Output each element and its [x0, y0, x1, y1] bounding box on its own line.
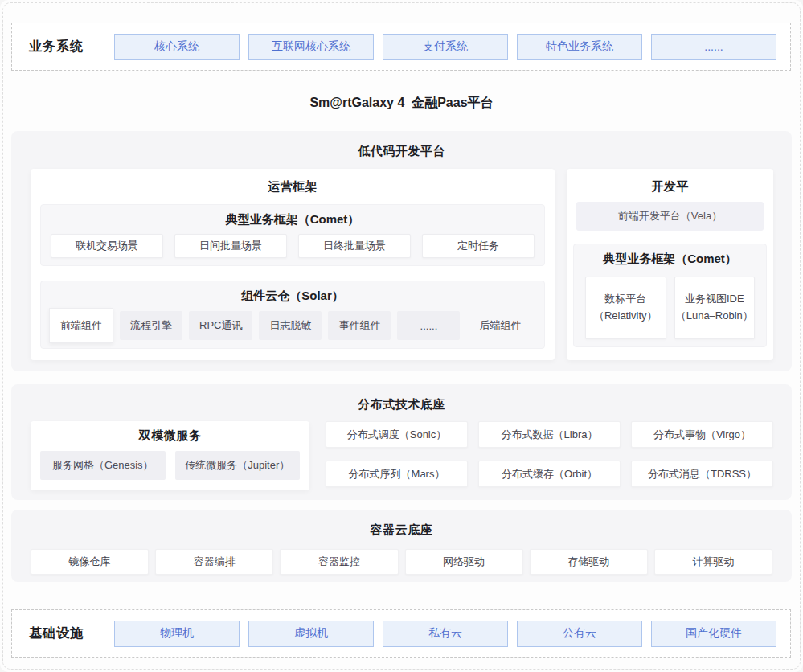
- comet-item-endofday-batch: 日终批量场景: [298, 234, 411, 258]
- dev-platform-title: 开发平: [567, 169, 773, 195]
- distributed-base-title: 分布式技术底座: [11, 384, 792, 412]
- business-item-payment: 支付系统: [383, 34, 508, 60]
- business-systems-label: 业务系统: [12, 39, 114, 55]
- storage-driver: 存储驱动: [530, 549, 648, 575]
- dual-microservice-title: 双模微服务: [31, 421, 309, 444]
- business-item-core: 核心系统: [114, 34, 240, 60]
- dev-comet-strip: 典型业务框架（Comet） 数标平台 （Relativity） 业务视图IDE …: [573, 244, 767, 347]
- distributed-message-tdrss: 分布式消息（TDRSS）: [631, 461, 773, 487]
- business-item-internet-core: 互联网核心系统: [248, 34, 374, 60]
- solar-component-strip: 组件云仓（Solar） 前端组件 流程引擎 RPC通讯 日志脱敏 事件组件 ..…: [40, 281, 545, 349]
- business-item-special: 特色业务系统: [517, 34, 642, 60]
- solar-chip-process-engine: 流程引擎: [120, 311, 182, 340]
- infra-item-physical-machine: 物理机: [114, 621, 240, 647]
- solar-frontend-component: 前端组件: [49, 308, 113, 343]
- network-driver: 网络驱动: [405, 549, 523, 575]
- comet-item-scheduled-task: 定时任务: [422, 234, 535, 258]
- comet-framework-items: 联机交易场景 日间批量场景 日终批量场景 定时任务: [41, 227, 544, 258]
- dual-microservice-items: 服务网格（Genesis） 传统微服务（Jupiter）: [31, 444, 309, 480]
- distributed-base-section: 分布式技术底座 双模微服务 服务网格（Genesis） 传统微服务（Jupite…: [11, 384, 792, 500]
- container-cloud-section: 容器云底座 镜像仓库 容器编排 容器监控 网络驱动 存储驱动 计算驱动: [11, 510, 792, 582]
- dev-item-relativity-name: 数标平台: [604, 291, 646, 308]
- solar-chip-log-masking: 日志脱敏: [259, 311, 322, 340]
- solar-chip-rpc: RPC通讯: [189, 311, 252, 340]
- dev-comet-title: 典型业务框架（Comet）: [574, 244, 766, 267]
- distributed-cache-orbit: 分布式缓存（Orbit）: [478, 461, 621, 487]
- infrastructure-buttons: 物理机 虚拟机 私有云 公有云 国产化硬件: [114, 621, 776, 647]
- infra-item-private-cloud: 私有云: [383, 621, 508, 647]
- comet-item-daytime-batch: 日间批量场景: [174, 234, 287, 258]
- operation-framework-card: 运营框架 典型业务框架（Comet） 联机交易场景 日间批量场景 日终批量场景 …: [31, 169, 555, 360]
- container-cloud-title: 容器云底座: [11, 510, 792, 538]
- solar-chip-event-component: 事件组件: [328, 311, 391, 340]
- solar-backend-component: 后端组件: [479, 318, 521, 333]
- container-orchestration: 容器编排: [155, 549, 273, 575]
- dev-item-relativity-code: （Relativity）: [594, 308, 658, 325]
- distributed-transaction-virgo: 分布式事物（Virgo）: [631, 421, 773, 448]
- business-systems-row: 业务系统 核心系统 互联网核心系统 支付系统 特色业务系统 ......: [11, 23, 791, 71]
- dev-comet-items: 数标平台 （Relativity） 业务视图IDE （Luna–Robin）: [574, 267, 766, 339]
- business-systems-buttons: 核心系统 互联网核心系统 支付系统 特色业务系统 ......: [114, 34, 776, 60]
- dev-item-luna-robin: 业务视图IDE （Luna–Robin）: [674, 277, 756, 339]
- comet-framework-title: 典型业务框架（Comet）: [41, 205, 544, 227]
- container-monitoring: 容器监控: [280, 549, 398, 575]
- operation-framework-title: 运营框架: [31, 169, 555, 195]
- compute-driver: 计算驱动: [654, 549, 772, 575]
- solar-component-items: 前端组件 流程引擎 RPC通讯 日志脱敏 事件组件 ...... 后端组件: [41, 304, 544, 343]
- dev-item-relativity: 数标平台 （Relativity）: [585, 277, 666, 339]
- distributed-sequence-mars: 分布式序列（Mars）: [326, 461, 468, 487]
- vela-frontend-platform: 前端开发平台（Vela）: [576, 202, 764, 231]
- distributed-data-libra: 分布式数据（Libra）: [478, 421, 621, 448]
- infra-item-domestic-hardware: 国产化硬件: [651, 621, 776, 647]
- infrastructure-row: 基础设施 物理机 虚拟机 私有云 公有云 国产化硬件: [11, 609, 791, 658]
- lowcode-platform-section: 低代码开发平台 运营框架 典型业务框架（Comet） 联机交易场景 日间批量场景…: [11, 131, 792, 371]
- lowcode-section-title: 低代码开发平台: [11, 131, 792, 159]
- dev-platform-card: 开发平 前端开发平台（Vela） 典型业务框架（Comet） 数标平台 （Rel…: [567, 169, 773, 360]
- platform-title: Sm@rtGalaxy 4 金融Paas平台: [0, 95, 803, 112]
- service-mesh-genesis: 服务网格（Genesis）: [40, 451, 166, 480]
- container-cloud-items: 镜像仓库 容器编排 容器监控 网络驱动 存储驱动 计算驱动: [11, 538, 792, 575]
- infra-item-virtual-machine: 虚拟机: [248, 621, 374, 647]
- solar-chip-more: ......: [397, 311, 460, 340]
- dev-item-luna-robin-code: （Luna–Robin）: [676, 308, 753, 325]
- distributed-scheduling-sonic: 分布式调度（Sonic）: [326, 421, 468, 448]
- business-item-more: ......: [651, 34, 776, 60]
- traditional-microservice-jupiter: 传统微服务（Jupiter）: [175, 451, 301, 480]
- architecture-diagram: 业务系统 核心系统 互联网核心系统 支付系统 特色业务系统 ...... Sm@…: [0, 0, 803, 672]
- dev-item-luna-robin-name: 业务视图IDE: [685, 291, 744, 308]
- solar-component-title: 组件云仓（Solar）: [41, 281, 544, 304]
- infra-item-public-cloud: 公有云: [517, 621, 642, 647]
- comet-item-online-trading: 联机交易场景: [51, 234, 163, 258]
- image-registry: 镜像仓库: [31, 549, 149, 575]
- comet-framework-strip: 典型业务框架（Comet） 联机交易场景 日间批量场景 日终批量场景 定时任务: [40, 204, 545, 266]
- infrastructure-label: 基础设施: [12, 625, 114, 642]
- dual-microservice-card: 双模微服务 服务网格（Genesis） 传统微服务（Jupiter）: [31, 421, 309, 490]
- distributed-services-grid: 分布式调度（Sonic） 分布式数据（Libra） 分布式事物（Virgo） 分…: [326, 421, 773, 487]
